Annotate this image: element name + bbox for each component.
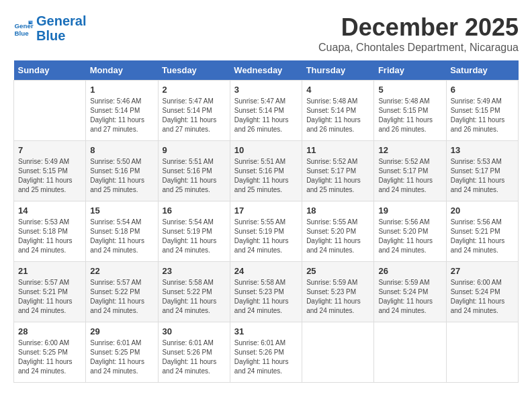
day-number: 31 (234, 326, 298, 336)
calendar-week-row: 21Sunrise: 5:57 AM Sunset: 5:21 PM Dayli… (14, 262, 519, 322)
header-day-sunday: Sunday (14, 60, 86, 81)
calendar-day-22: 22Sunrise: 5:57 AM Sunset: 5:22 PM Dayli… (86, 262, 158, 322)
day-number: 1 (90, 85, 153, 95)
day-number: 13 (451, 145, 514, 155)
calendar-day-12: 12Sunrise: 5:52 AM Sunset: 5:17 PM Dayli… (374, 141, 446, 201)
logo-text: General Blue (36, 13, 86, 43)
calendar-day-26: 26Sunrise: 5:59 AM Sunset: 5:24 PM Dayli… (374, 262, 446, 322)
day-info: Sunrise: 5:50 AM Sunset: 5:16 PM Dayligh… (90, 157, 153, 195)
day-info: Sunrise: 5:51 AM Sunset: 5:16 PM Dayligh… (163, 157, 226, 195)
day-info: Sunrise: 5:47 AM Sunset: 5:14 PM Dayligh… (163, 97, 226, 134)
day-number: 15 (90, 205, 153, 216)
logo-blue: Blue (36, 28, 65, 43)
day-number: 3 (234, 85, 298, 95)
calendar-day-17: 17Sunrise: 5:55 AM Sunset: 5:19 PM Dayli… (230, 201, 302, 262)
calendar-day-31: 31Sunrise: 6:01 AM Sunset: 5:26 PM Dayli… (230, 322, 302, 383)
day-info: Sunrise: 5:56 AM Sunset: 5:21 PM Dayligh… (451, 218, 514, 255)
day-info: Sunrise: 5:47 AM Sunset: 5:14 PM Dayligh… (234, 97, 298, 134)
day-number: 5 (378, 85, 441, 95)
calendar-day-29: 29Sunrise: 6:01 AM Sunset: 5:25 PM Dayli… (86, 322, 158, 383)
day-info: Sunrise: 5:55 AM Sunset: 5:20 PM Dayligh… (306, 218, 369, 255)
day-info: Sunrise: 5:46 AM Sunset: 5:14 PM Dayligh… (90, 97, 153, 134)
day-number: 8 (90, 145, 153, 155)
calendar-day-20: 20Sunrise: 5:56 AM Sunset: 5:21 PM Dayli… (446, 201, 518, 262)
day-number: 28 (18, 326, 81, 336)
day-info: Sunrise: 5:49 AM Sunset: 5:15 PM Dayligh… (451, 97, 514, 134)
day-info: Sunrise: 6:01 AM Sunset: 5:26 PM Dayligh… (163, 338, 226, 376)
calendar-day-21: 21Sunrise: 5:57 AM Sunset: 5:21 PM Dayli… (14, 262, 86, 322)
day-number: 19 (378, 205, 441, 216)
day-info: Sunrise: 5:59 AM Sunset: 5:23 PM Dayligh… (306, 278, 369, 316)
day-info: Sunrise: 5:58 AM Sunset: 5:23 PM Dayligh… (234, 278, 298, 316)
day-number: 4 (306, 85, 369, 95)
logo-icon: General Blue (13, 18, 34, 38)
header-day-thursday: Thursday (302, 60, 374, 81)
calendar-day-9: 9Sunrise: 5:51 AM Sunset: 5:16 PM Daylig… (158, 141, 230, 201)
calendar-day-2: 2Sunrise: 5:47 AM Sunset: 5:14 PM Daylig… (158, 81, 230, 141)
title-area: December 2025 Cuapa, Chontales Departmen… (318, 13, 519, 54)
day-number: 24 (234, 266, 298, 276)
calendar-day-1: 1Sunrise: 5:46 AM Sunset: 5:14 PM Daylig… (86, 81, 158, 141)
calendar-week-row: 7Sunrise: 5:49 AM Sunset: 5:15 PM Daylig… (14, 141, 519, 201)
day-info: Sunrise: 5:56 AM Sunset: 5:20 PM Dayligh… (378, 218, 441, 255)
header-day-wednesday: Wednesday (230, 60, 302, 81)
day-info: Sunrise: 5:54 AM Sunset: 5:19 PM Dayligh… (163, 218, 226, 255)
calendar-empty-cell (14, 81, 86, 141)
day-info: Sunrise: 5:53 AM Sunset: 5:17 PM Dayligh… (451, 157, 514, 195)
day-info: Sunrise: 5:58 AM Sunset: 5:22 PM Dayligh… (163, 278, 226, 316)
day-number: 20 (451, 205, 514, 216)
day-number: 12 (378, 145, 441, 155)
calendar-table: SundayMondayTuesdayWednesdayThursdayFrid… (13, 60, 519, 383)
calendar-day-3: 3Sunrise: 5:47 AM Sunset: 5:14 PM Daylig… (230, 81, 302, 141)
logo: General Blue General Blue (13, 13, 86, 43)
day-number: 25 (306, 266, 369, 276)
day-info: Sunrise: 5:57 AM Sunset: 5:21 PM Dayligh… (18, 278, 81, 316)
day-number: 17 (234, 205, 298, 216)
calendar-day-14: 14Sunrise: 5:53 AM Sunset: 5:18 PM Dayli… (14, 201, 86, 262)
page-header: General Blue General Blue December 2025 … (13, 13, 519, 54)
day-info: Sunrise: 6:00 AM Sunset: 5:24 PM Dayligh… (451, 278, 514, 316)
day-info: Sunrise: 5:57 AM Sunset: 5:22 PM Dayligh… (90, 278, 153, 316)
day-info: Sunrise: 5:52 AM Sunset: 5:17 PM Dayligh… (306, 157, 369, 195)
calendar-empty-cell (446, 322, 518, 383)
svg-text:Blue: Blue (15, 30, 30, 37)
calendar-day-15: 15Sunrise: 5:54 AM Sunset: 5:18 PM Dayli… (86, 201, 158, 262)
header-day-friday: Friday (374, 60, 446, 81)
day-number: 6 (451, 85, 514, 95)
day-info: Sunrise: 5:55 AM Sunset: 5:19 PM Dayligh… (234, 218, 298, 255)
calendar-day-16: 16Sunrise: 5:54 AM Sunset: 5:19 PM Dayli… (158, 201, 230, 262)
day-number: 26 (378, 266, 441, 276)
day-info: Sunrise: 6:01 AM Sunset: 5:26 PM Dayligh… (234, 338, 298, 376)
day-info: Sunrise: 5:48 AM Sunset: 5:15 PM Dayligh… (378, 97, 441, 134)
day-number: 9 (163, 145, 226, 155)
day-info: Sunrise: 5:52 AM Sunset: 5:17 PM Dayligh… (378, 157, 441, 195)
day-number: 27 (451, 266, 514, 276)
calendar-day-23: 23Sunrise: 5:58 AM Sunset: 5:22 PM Dayli… (158, 262, 230, 322)
calendar-day-8: 8Sunrise: 5:50 AM Sunset: 5:16 PM Daylig… (86, 141, 158, 201)
location-subtitle: Cuapa, Chontales Department, Nicaragua (318, 42, 519, 54)
calendar-header-row: SundayMondayTuesdayWednesdayThursdayFrid… (14, 60, 519, 81)
day-info: Sunrise: 5:49 AM Sunset: 5:15 PM Dayligh… (18, 157, 81, 195)
day-number: 29 (90, 326, 153, 336)
day-number: 23 (163, 266, 226, 276)
calendar-empty-cell (302, 322, 374, 383)
header-day-saturday: Saturday (446, 60, 518, 81)
calendar-day-19: 19Sunrise: 5:56 AM Sunset: 5:20 PM Dayli… (374, 201, 446, 262)
calendar-day-25: 25Sunrise: 5:59 AM Sunset: 5:23 PM Dayli… (302, 262, 374, 322)
calendar-day-5: 5Sunrise: 5:48 AM Sunset: 5:15 PM Daylig… (374, 81, 446, 141)
calendar-week-row: 28Sunrise: 6:00 AM Sunset: 5:25 PM Dayli… (14, 322, 519, 383)
day-info: Sunrise: 5:48 AM Sunset: 5:14 PM Dayligh… (306, 97, 369, 134)
calendar-day-28: 28Sunrise: 6:00 AM Sunset: 5:25 PM Dayli… (14, 322, 86, 383)
day-number: 16 (163, 205, 226, 216)
calendar-day-13: 13Sunrise: 5:53 AM Sunset: 5:17 PM Dayli… (446, 141, 518, 201)
calendar-day-24: 24Sunrise: 5:58 AM Sunset: 5:23 PM Dayli… (230, 262, 302, 322)
day-number: 14 (18, 205, 81, 216)
day-number: 22 (90, 266, 153, 276)
calendar-week-row: 14Sunrise: 5:53 AM Sunset: 5:18 PM Dayli… (14, 201, 519, 262)
calendar-day-6: 6Sunrise: 5:49 AM Sunset: 5:15 PM Daylig… (446, 81, 518, 141)
day-number: 30 (163, 326, 226, 336)
calendar-day-11: 11Sunrise: 5:52 AM Sunset: 5:17 PM Dayli… (302, 141, 374, 201)
day-number: 7 (18, 145, 81, 155)
day-info: Sunrise: 5:59 AM Sunset: 5:24 PM Dayligh… (378, 278, 441, 316)
calendar-day-4: 4Sunrise: 5:48 AM Sunset: 5:14 PM Daylig… (302, 81, 374, 141)
